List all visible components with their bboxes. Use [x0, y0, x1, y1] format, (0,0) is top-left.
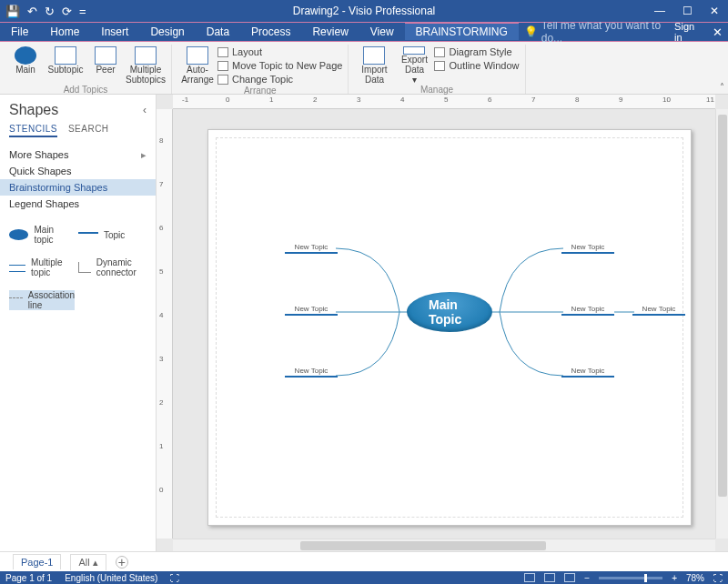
customize-qat-icon[interactable]: = [79, 5, 86, 18]
more-shapes-row[interactable]: More Shapes ▸ [0, 146, 156, 163]
ribbon-toolbar: Main Subtopic Peer MultipleSubtopics Add… [0, 42, 728, 95]
subtopic-button[interactable]: Subtopic [46, 45, 86, 85]
outline-icon [434, 61, 445, 71]
maximize-button[interactable]: ☐ [673, 0, 701, 22]
ruler-horizontal: -101234567891011 [173, 95, 715, 109]
status-language[interactable]: English (United States) [65, 573, 157, 583]
zoom-value[interactable]: 78% [686, 573, 704, 583]
tab-home[interactable]: Home [39, 23, 90, 41]
shape-multiple-topic[interactable]: Multiple topic [9, 257, 75, 277]
shapes-palette: Main topic Topic Multiple topic Dynamic … [0, 217, 156, 317]
zoom-in-icon[interactable]: + [672, 573, 677, 583]
shapes-title: Shapes‹ [9, 102, 147, 118]
ruler-vertical: 876543210 [157, 109, 173, 539]
save-icon[interactable]: 💾 [5, 5, 20, 18]
quick-access-toolbar: 💾 ↶ ↻ ⟳ = [5, 5, 86, 18]
tab-process[interactable]: Process [240, 23, 301, 41]
main-topic-shape[interactable]: Main Topic [407, 292, 492, 332]
export-data-button[interactable]: ExportData▾ [394, 45, 434, 85]
change-topic-button[interactable]: Change Topic [217, 73, 342, 86]
move-icon [217, 61, 228, 71]
group-arrange: Auto-Arrange Layout Move Topic to New Pa… [172, 45, 349, 94]
group-add-topics: Main Subtopic Peer MultipleSubtopics Add… [0, 45, 172, 94]
undo-icon[interactable]: ↶ [27, 5, 37, 18]
canvas-area: -101234567891011 876543210 Main Topic Ne… [157, 95, 728, 551]
layout-button[interactable]: Layout [217, 45, 342, 58]
stencils-tab[interactable]: STENCILS [9, 124, 57, 137]
style-icon [434, 47, 445, 57]
outline-window-button[interactable]: Outline Window [434, 59, 519, 72]
ribbon-tabs: File Home Insert Design Data Process Rev… [0, 22, 728, 42]
shape-topic[interactable]: Topic [78, 225, 144, 245]
tab-file[interactable]: File [0, 23, 39, 41]
title-bar: 💾 ↶ ↻ ⟳ = Drawing2 - Visio Professional … [0, 0, 728, 22]
redo-icon[interactable]: ↻ [45, 5, 55, 18]
vertical-scrollbar[interactable] [715, 109, 728, 539]
topic-shape[interactable]: New Topic [561, 243, 614, 254]
status-bar: Page 1 of 1 English (United States) ⛶ − … [0, 571, 728, 584]
minimize-button[interactable]: — [646, 0, 673, 22]
shape-dynamic-connector[interactable]: Dynamic connector [78, 257, 144, 277]
layout-icon [217, 47, 228, 57]
tab-insert[interactable]: Insert [90, 23, 139, 41]
drawing-page[interactable]: Main Topic New Topic New Topic New Topic… [207, 129, 692, 526]
zoom-slider[interactable] [599, 577, 662, 579]
zoom-out-icon[interactable]: − [584, 573, 590, 583]
sync-icon[interactable]: ⟳ [62, 5, 72, 18]
tab-review[interactable]: Review [301, 23, 359, 41]
shape-main-topic[interactable]: Main topic [9, 225, 75, 245]
move-topic-button[interactable]: Move Topic to New Page [217, 59, 342, 72]
multiple-subtopics-button[interactable]: MultipleSubtopics [126, 45, 166, 85]
auto-arrange-button[interactable]: Auto-Arrange [177, 45, 217, 85]
import-data-button[interactable]: ImportData [354, 45, 394, 85]
brainstorming-shapes-row[interactable]: Brainstorming Shapes [0, 179, 156, 196]
page-tab-1[interactable]: Page-1 [13, 554, 61, 569]
presentation-mode-icon[interactable] [524, 573, 535, 582]
ribbon-collapse-icon[interactable]: ˄ [720, 82, 724, 92]
tab-view[interactable]: View [359, 23, 405, 41]
tab-design[interactable]: Design [139, 23, 195, 41]
window-title: Drawing2 - Visio Professional [293, 5, 436, 17]
topic-shape[interactable]: New Topic [285, 243, 338, 254]
search-tab[interactable]: SEARCH [68, 124, 109, 137]
fit-page-icon[interactable]: ⛶ [713, 573, 723, 583]
canvas[interactable]: Main Topic New Topic New Topic New Topic… [173, 109, 715, 539]
topic-shape[interactable]: New Topic [561, 367, 614, 378]
group-label: Add Topics [64, 85, 108, 96]
tab-data[interactable]: Data [196, 23, 240, 41]
signin-link[interactable]: Sign in [674, 21, 702, 43]
main-topic-button[interactable]: Main [5, 45, 46, 85]
peer-button[interactable]: Peer [86, 45, 126, 85]
close-button[interactable]: ✕ [701, 0, 728, 22]
group-manage: ImportData ExportData▾ Diagram Style Out… [349, 45, 525, 94]
page-tab-all[interactable]: All ▴ [70, 554, 106, 570]
panel-collapse-icon[interactable]: ‹ [143, 104, 147, 116]
topic-shape[interactable]: New Topic [285, 367, 338, 378]
tab-brainstorming[interactable]: BRAINSTORMING [405, 23, 519, 41]
tell-me-input[interactable]: 💡 Tell me what you want to do... [524, 23, 674, 41]
view-mode-icon[interactable] [544, 573, 555, 582]
status-page: Page 1 of 1 [5, 573, 52, 583]
shape-association-line[interactable]: Association line [9, 290, 75, 310]
view-mode-icon-2[interactable] [564, 573, 575, 582]
change-icon [217, 75, 228, 85]
topic-shape[interactable]: New Topic [632, 305, 685, 316]
shapes-panel: Shapes‹ STENCILS SEARCH More Shapes ▸ Qu… [0, 95, 157, 551]
diagram-style-button[interactable]: Diagram Style [434, 45, 519, 58]
ribbon-close-icon[interactable]: ✕ [713, 25, 723, 39]
topic-shape[interactable]: New Topic [285, 305, 338, 316]
page-tabs: Page-1 All ▴ + [0, 551, 728, 571]
topic-shape[interactable]: New Topic [561, 305, 614, 316]
window-controls: — ☐ ✕ [646, 0, 728, 22]
legend-shapes-row[interactable]: Legend Shapes [0, 196, 156, 212]
add-page-button[interactable]: + [116, 556, 128, 569]
macro-icon[interactable]: ⛶ [170, 573, 179, 583]
horizontal-scrollbar[interactable] [173, 539, 715, 551]
quick-shapes-row[interactable]: Quick Shapes [0, 163, 156, 179]
